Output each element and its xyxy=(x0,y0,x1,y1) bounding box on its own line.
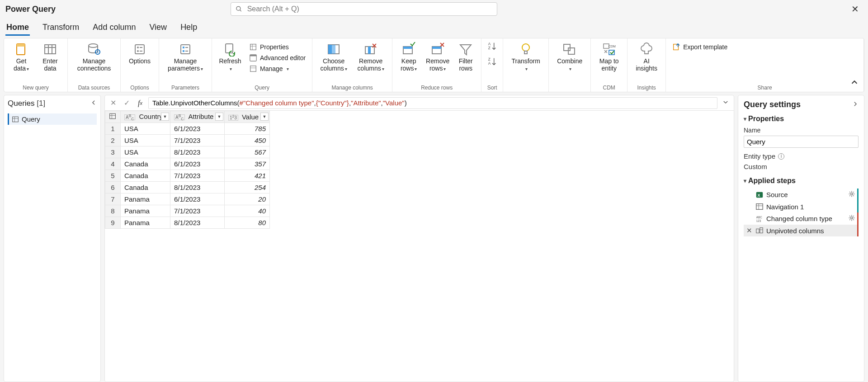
step-gear-button[interactable] xyxy=(848,190,855,199)
get-data-button[interactable]: Get data▾ xyxy=(9,41,34,72)
row-number[interactable]: 4 xyxy=(105,158,121,170)
cell-attribute[interactable]: 7/1/2023 xyxy=(170,205,225,217)
info-icon[interactable]: i xyxy=(778,153,784,160)
filter-rows-button[interactable]: Filter rows xyxy=(455,41,476,72)
column-header-value[interactable]: 123 Value ▼ xyxy=(225,111,270,123)
ai-insights-button[interactable]: AI insights xyxy=(632,41,661,72)
table-row[interactable]: 9Panama8/1/202380 xyxy=(105,217,270,229)
column-dropdown[interactable]: ▼ xyxy=(260,113,269,121)
step-gear-button[interactable] xyxy=(848,214,855,223)
cell-attribute[interactable]: 7/1/2023 xyxy=(170,170,225,182)
cell-attribute[interactable]: 6/1/2023 xyxy=(170,158,225,170)
manage-connections-button[interactable]: Manage connections xyxy=(72,41,116,72)
table-row[interactable]: 6Canada8/1/2023254 xyxy=(105,182,270,193)
grid-corner[interactable] xyxy=(105,111,121,123)
formula-expand-button[interactable] xyxy=(720,99,731,107)
settings-expand-button[interactable] xyxy=(852,100,859,109)
cell-value[interactable]: 80 xyxy=(225,217,270,229)
cell-country[interactable]: USA xyxy=(121,146,170,158)
row-number[interactable]: 6 xyxy=(105,182,121,193)
row-number[interactable]: 5 xyxy=(105,170,121,182)
close-button[interactable]: ✕ xyxy=(848,2,863,16)
query-list-item[interactable]: Query xyxy=(8,113,97,125)
cell-attribute[interactable]: 7/1/2023 xyxy=(170,135,225,146)
cell-value[interactable]: 567 xyxy=(225,146,270,158)
column-header-country[interactable]: ABC Country ▼ xyxy=(121,111,170,123)
tab-transform[interactable]: Transform xyxy=(42,20,80,36)
row-number[interactable]: 1 xyxy=(105,123,121,135)
delete-step-button[interactable]: ✕ xyxy=(745,226,753,235)
table-row[interactable]: 7Panama6/1/202320 xyxy=(105,193,270,205)
formula-cancel-button[interactable]: ✕ xyxy=(108,98,118,108)
applied-steps-section-header[interactable]: ▾ Applied steps xyxy=(744,177,859,185)
cell-attribute[interactable]: 8/1/2023 xyxy=(170,146,225,158)
options-button[interactable]: Options xyxy=(125,41,154,65)
search-input[interactable] xyxy=(247,5,493,13)
remove-columns-button[interactable]: Remove columns▾ xyxy=(354,41,387,72)
tab-view[interactable]: View xyxy=(148,20,168,36)
keep-rows-button[interactable]: Keep rows▾ xyxy=(397,41,420,72)
table-row[interactable]: 4Canada6/1/2023357 xyxy=(105,158,270,170)
tab-home[interactable]: Home xyxy=(5,20,30,36)
sort-asc-button[interactable]: AZ xyxy=(487,41,497,53)
cell-attribute[interactable]: 6/1/2023 xyxy=(170,123,225,135)
cell-country[interactable]: USA xyxy=(121,135,170,146)
tab-help[interactable]: Help xyxy=(179,20,198,36)
applied-step[interactable]: ✕XSource xyxy=(744,189,859,201)
queries-collapse-button[interactable] xyxy=(90,99,97,108)
cell-country[interactable]: Canada xyxy=(121,158,170,170)
table-row[interactable]: 8Panama7/1/202340 xyxy=(105,205,270,217)
sort-desc-button[interactable]: ZA xyxy=(487,57,497,68)
cell-country[interactable]: Canada xyxy=(121,170,170,182)
query-name-input[interactable] xyxy=(744,136,859,148)
column-header-attribute[interactable]: ABC Attribute ▼ xyxy=(170,111,225,123)
enter-data-button[interactable]: Enter data xyxy=(38,41,63,72)
cell-country[interactable]: Panama xyxy=(121,217,170,229)
formula-commit-button[interactable]: ✓ xyxy=(121,98,132,108)
row-number[interactable]: 3 xyxy=(105,146,121,158)
cell-value[interactable]: 254 xyxy=(225,182,270,193)
cell-country[interactable]: Canada xyxy=(121,182,170,193)
cell-country[interactable]: USA xyxy=(121,123,170,135)
column-dropdown[interactable]: ▼ xyxy=(215,113,223,121)
cell-value[interactable]: 357 xyxy=(225,158,270,170)
refresh-button[interactable]: Refresh▾ xyxy=(217,41,244,72)
data-grid[interactable]: ABC Country ▼ ABC Attribute ▼ 123 Value xyxy=(105,111,734,382)
applied-step[interactable]: ✕ABC123Changed column type xyxy=(744,212,859,225)
manage-query-button[interactable]: Manage▾ xyxy=(247,64,307,74)
choose-columns-button[interactable]: Choose columns▾ xyxy=(317,41,350,72)
cell-attribute[interactable]: 6/1/2023 xyxy=(170,193,225,205)
fx-icon[interactable]: fx xyxy=(135,98,146,108)
manage-parameters-button[interactable]: Manage parameters▾ xyxy=(164,41,207,72)
tab-add-column[interactable]: Add column xyxy=(92,20,137,36)
row-number[interactable]: 9 xyxy=(105,217,121,229)
cell-attribute[interactable]: 8/1/2023 xyxy=(170,217,225,229)
cell-value[interactable]: 450 xyxy=(225,135,270,146)
search-box[interactable] xyxy=(231,2,497,16)
formula-input[interactable]: Table.UnpivotOtherColumns(#"Changed colu… xyxy=(148,97,717,109)
cell-country[interactable]: Panama xyxy=(121,205,170,217)
row-number[interactable]: 2 xyxy=(105,135,121,146)
table-row[interactable]: 3USA8/1/2023567 xyxy=(105,146,270,158)
row-number[interactable]: 7 xyxy=(105,193,121,205)
applied-step[interactable]: ✕Navigation 1 xyxy=(744,201,859,212)
row-number[interactable]: 8 xyxy=(105,205,121,217)
advanced-editor-button[interactable]: Advanced editor xyxy=(247,53,307,63)
properties-section-header[interactable]: ▾ Properties xyxy=(744,115,859,123)
table-row[interactable]: 5Canada7/1/2023421 xyxy=(105,170,270,182)
applied-step[interactable]: ✕Unpivoted columns xyxy=(744,225,859,236)
combine-button[interactable]: Combine▾ xyxy=(553,41,586,72)
cell-value[interactable]: 421 xyxy=(225,170,270,182)
properties-button[interactable]: Properties xyxy=(247,42,307,52)
table-row[interactable]: 1USA6/1/2023785 xyxy=(105,123,270,135)
cell-value[interactable]: 20 xyxy=(225,193,270,205)
cell-value[interactable]: 40 xyxy=(225,205,270,217)
transform-button[interactable]: Transform▾ xyxy=(508,41,544,72)
column-dropdown[interactable]: ▼ xyxy=(161,113,169,121)
table-row[interactable]: 2USA7/1/2023450 xyxy=(105,135,270,146)
export-template-button[interactable]: Export template xyxy=(670,42,729,52)
ribbon-collapse-button[interactable] xyxy=(850,78,859,88)
map-to-entity-button[interactable]: CDM Map to entity xyxy=(595,41,623,72)
cell-value[interactable]: 785 xyxy=(225,123,270,135)
cell-attribute[interactable]: 8/1/2023 xyxy=(170,182,225,193)
